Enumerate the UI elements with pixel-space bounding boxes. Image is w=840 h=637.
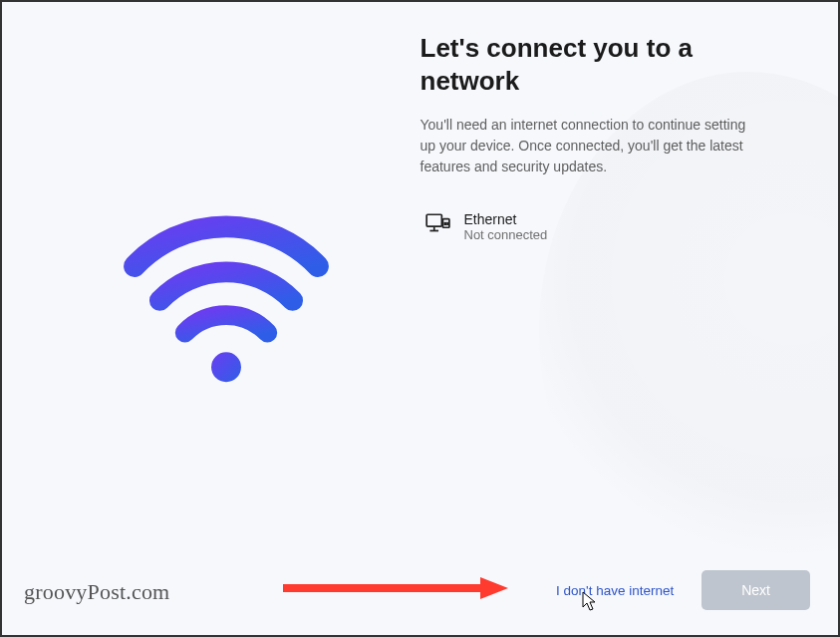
page-subtext: You'll need an internet connection to co… (420, 115, 809, 177)
next-button[interactable]: Next (701, 570, 810, 610)
watermark-text: groovyPost.com (24, 579, 169, 605)
oobe-network-screen: Let's connect you to a network You'll ne… (2, 2, 838, 635)
page-title: Let's connect you to a network (420, 32, 809, 97)
network-item-ethernet[interactable]: Ethernet Not connected (420, 205, 809, 248)
network-name: Ethernet (464, 211, 548, 227)
ethernet-icon (424, 211, 450, 237)
illustration-pane (32, 32, 420, 545)
wifi-icon (112, 174, 341, 404)
network-status: Not connected (464, 227, 548, 242)
content-pane: Let's connect you to a network You'll ne… (420, 32, 809, 545)
svg-point-0 (211, 352, 241, 382)
svg-rect-1 (426, 214, 441, 226)
skip-internet-link[interactable]: I don't have internet (556, 583, 674, 598)
